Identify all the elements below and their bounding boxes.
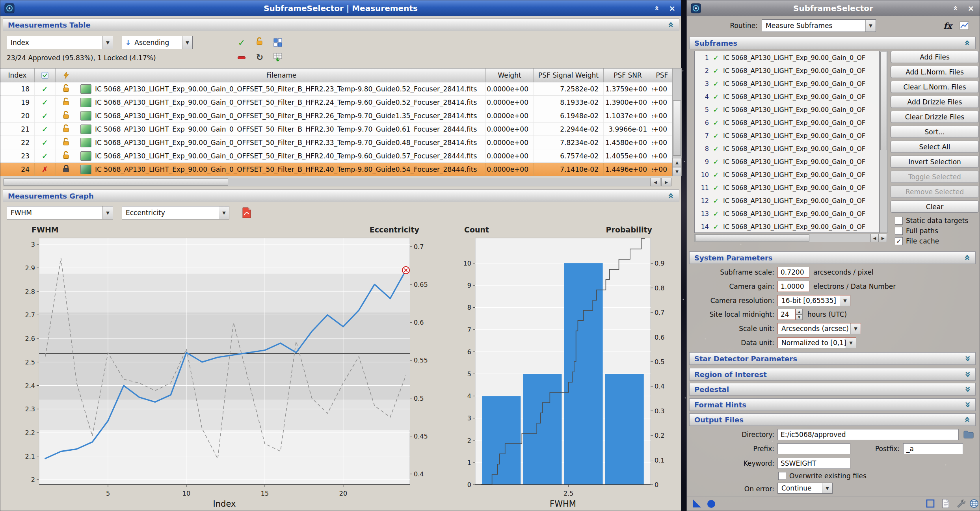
sort-column-combo[interactable]: Index ▼ [7,36,113,49]
dialog-titlebar[interactable]: SubframeSelector « × [687,0,980,16]
scroll-down-icon[interactable]: ▼ [672,167,682,176]
lock-cell[interactable] [56,163,77,176]
subframe-row[interactable]: 2✓IC 5068_AP130_LIGHT_Exp_90.00_Gain_0_O… [695,64,879,77]
histogram-bar[interactable] [523,374,562,485]
camera-resolution-combo[interactable]: 16-bit [0,65535]▼ [777,295,850,306]
column-header-index[interactable]: Index [0,69,35,82]
routine-combo[interactable]: Measure Subframes ▼ [762,19,876,32]
reject-button[interactable] [236,52,247,63]
expand-section-icon[interactable]: « [963,401,972,408]
subframe-row[interactable]: 11✓IC 5068_AP130_LIGHT_Exp_90.00_Gain_0_… [695,181,879,194]
on-error-combo[interactable]: Continue ▼ [777,483,833,494]
column-header-icon-2[interactable] [56,69,77,82]
subframe-row[interactable]: 14✓IC 5068_AP130_LIGHT_Exp_90.00_Gain_0_… [695,220,879,233]
collapse-section-icon[interactable]: « [963,40,972,46]
scroll-right-icon[interactable]: ▶ [661,178,671,186]
select-all-button[interactable]: Select All [891,141,979,153]
close-icon[interactable]: × [668,4,677,12]
collapse-section-icon[interactable]: « [963,416,972,423]
measurements-table-section-bar[interactable]: Measurements Table « [3,19,679,31]
sort-button[interactable]: Sort... [891,126,979,138]
expand-section-icon[interactable]: « [963,386,972,392]
scroll-right-icon[interactable]: ▶ [879,234,887,242]
add-drizzle-files-button[interactable]: Add Drizzle Files [891,96,979,108]
histogram-bar[interactable] [482,396,521,485]
graph-right-property-combo[interactable]: Eccentricity ▼ [122,206,229,219]
expand-section-icon[interactable]: « [963,355,972,362]
collapse-section-icon[interactable]: « [666,193,676,199]
approve-toggle-button[interactable]: ✓ [236,37,247,48]
invert-selection-button[interactable]: Invert Selection [891,156,979,168]
close-icon[interactable]: × [966,4,976,12]
full-paths-checkbox[interactable]: Full paths [895,227,938,235]
subframe-row[interactable]: 10✓IC 5068_AP130_LIGHT_Exp_90.00_Gain_0_… [695,168,879,181]
subframe-row[interactable]: 12✓IC 5068_AP130_LIGHT_Exp_90.00_Gain_0_… [695,194,879,207]
overwrite-existing-files-checkbox[interactable]: Overwrite existing files [778,472,867,480]
subframes-list[interactable]: 1✓IC 5068_AP130_LIGHT_Exp_90.00_Gain_0_O… [694,51,880,233]
static-data-targets-checkbox[interactable]: Static data targets [895,216,968,225]
subframe-row[interactable]: 1✓IC 5068_AP130_LIGHT_Exp_90.00_Gain_0_O… [695,51,879,64]
column-header-icon-1[interactable] [35,69,56,82]
column-header-weight[interactable]: Weight [486,69,534,82]
approved-cell[interactable]: ✓ [35,149,56,162]
subframe-row[interactable]: 8✓IC 5068_AP130_LIGHT_Exp_90.00_Gain_0_O… [695,142,879,155]
file-cache-checkbox[interactable]: ✓File cache [895,237,939,245]
browse-documentation-button[interactable] [940,498,951,509]
show-graphs-button[interactable] [959,20,970,31]
table-row[interactable]: 24✗IC 5068_AP130_LIGHT_Exp_90.00_Gain_0_… [0,163,672,176]
subframe-row[interactable]: 9✓IC 5068_AP130_LIGHT_Exp_90.00_Gain_0_O… [695,155,879,168]
clear-button[interactable]: Clear [891,201,979,213]
reset-measurements-button[interactable]: ↻ [254,52,265,63]
scroll-left-icon[interactable]: ◀ [650,178,660,186]
lock-cell[interactable] [56,123,77,136]
system-parameters-section-bar[interactable]: System Parameters « [689,251,976,264]
scroll-left-icon[interactable]: ◀ [870,234,879,242]
web-resources-button[interactable] [969,498,980,509]
data-unit-combo[interactable]: Normalized to [0,1]▼ [777,337,856,348]
table-row[interactable]: 20✓IC 5068_AP130_LIGHT_Exp_90.00_Gain_0_… [0,109,672,123]
scale-unit-combo[interactable]: Arcseconds (arcsec)▼ [777,323,861,334]
format-hints-section-bar[interactable]: Format Hints« [689,398,976,411]
table-row[interactable]: 19✓IC 5068_AP130_LIGHT_Exp_90.00_Gain_0_… [0,96,672,109]
lock-cell[interactable] [56,96,77,109]
scroll-up-icon[interactable]: ▲ [672,158,682,167]
subframe-row[interactable]: 7✓IC 5068_AP130_LIGHT_Exp_90.00_Gain_0_O… [695,129,879,142]
table-row[interactable]: 18✓IC 5068_AP130_LIGHT_Exp_90.00_Gain_0_… [0,82,672,96]
table-view-button[interactable] [272,37,283,48]
lock-toggle-button[interactable] [254,37,265,48]
clear-drizzle-files-button[interactable]: Clear Drizzle Files [891,111,979,123]
directory-input[interactable]: E:/ic5068/approved [777,429,959,440]
expand-section-icon[interactable]: « [963,371,972,377]
spin-up-icon[interactable]: ▲ [796,309,803,314]
measurements-graph-section-bar[interactable]: Measurements Graph « [3,190,679,202]
histogram-bar[interactable] [605,374,644,485]
column-header-psf-snr[interactable]: PSF SNR [604,69,652,82]
prefix-input[interactable] [777,443,850,454]
spin-down-icon[interactable]: ▼ [796,314,803,320]
subframe-row[interactable]: 4✓IC 5068_AP130_LIGHT_Exp_90.00_Gain_0_O… [695,90,879,103]
lock-cell[interactable] [56,149,77,162]
sort-order-combo[interactable]: ↓ Ascending ▼ [122,36,193,49]
export-csv-button[interactable] [272,52,283,63]
approved-cell[interactable]: ✓ [35,82,56,95]
column-header-filename[interactable]: Filename [77,69,486,82]
site-local-midnight-spinner[interactable]: ▲▼ [796,309,803,320]
apply-global-button[interactable] [706,498,717,509]
realtime-preview-button[interactable] [925,498,936,509]
edit-preferences-button[interactable] [956,498,967,509]
histogram-bar[interactable] [564,263,603,485]
postfix-input[interactable]: _a [903,443,963,454]
output-files-section-bar[interactable]: Output Files « [689,413,976,426]
measurements-titlebar[interactable]: SubframeSelector | Measurements « × [0,0,681,16]
subframe-row[interactable]: 5✓IC 5068_AP130_LIGHT_Exp_90.00_Gain_0_O… [695,103,879,116]
collapse-section-icon[interactable]: « [666,22,676,28]
table-vscroll-thumb[interactable] [673,100,681,156]
export-pdf-button[interactable] [241,206,253,219]
browse-directory-button[interactable] [962,428,975,440]
lock-cell[interactable] [56,82,77,95]
subframe-row[interactable]: 6✓IC 5068_AP130_LIGHT_Exp_90.00_Gain_0_O… [695,116,879,129]
table-row[interactable]: 22✓IC 5068_AP130_LIGHT_Exp_90.00_Gain_0_… [0,136,672,149]
list-hscroll-thumb[interactable] [695,234,809,242]
lock-cell[interactable] [56,136,77,149]
approved-cell[interactable]: ✓ [35,96,56,109]
